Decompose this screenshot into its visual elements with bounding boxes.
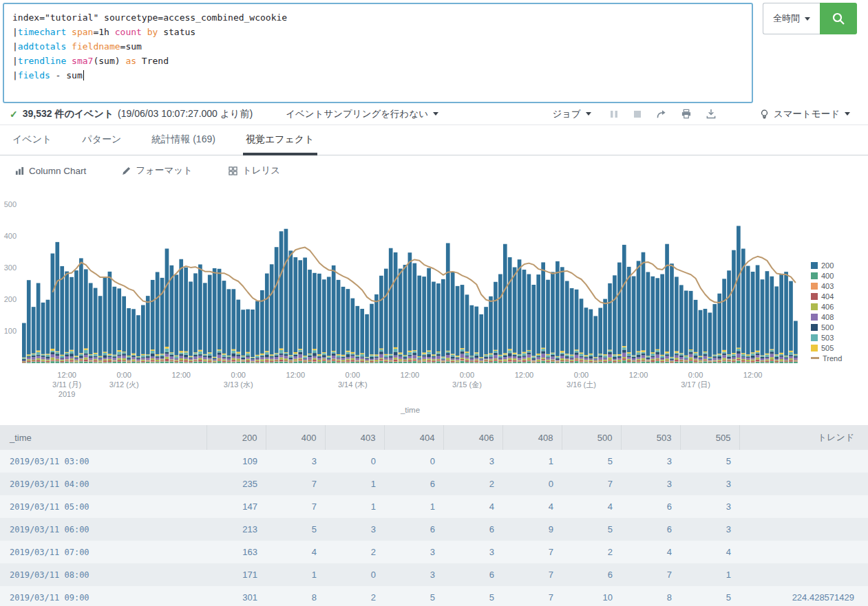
value-cell[interactable]: 4: [266, 541, 325, 563]
bar-segment[interactable]: [565, 281, 569, 354]
bar-segment[interactable]: [522, 353, 527, 356]
bar-segment[interactable]: [784, 356, 788, 356]
bar-segment[interactable]: [603, 360, 607, 361]
value-cell[interactable]: 4: [562, 495, 621, 518]
bar-segment[interactable]: [360, 358, 364, 359]
bar-segment[interactable]: [551, 360, 555, 360]
bar-segment[interactable]: [41, 362, 45, 363]
bar-segment[interactable]: [160, 361, 165, 363]
bar-segment[interactable]: [260, 362, 264, 363]
bar-segment[interactable]: [417, 361, 421, 362]
bar-segment[interactable]: [646, 362, 650, 363]
bar-segment[interactable]: [275, 354, 279, 355]
bar-segment[interactable]: [275, 361, 279, 362]
bar-segment[interactable]: [727, 361, 731, 362]
bar-segment[interactable]: [484, 360, 488, 361]
bar-segment[interactable]: [408, 360, 412, 361]
bar-segment[interactable]: [374, 361, 379, 362]
bar-segment[interactable]: [246, 352, 250, 354]
bar-segment[interactable]: [74, 362, 78, 363]
bar-segment[interactable]: [174, 358, 178, 360]
bar-segment[interactable]: [722, 350, 726, 352]
bar-segment[interactable]: [360, 356, 364, 358]
bar-segment[interactable]: [170, 355, 174, 357]
value-cell[interactable]: [739, 541, 868, 563]
value-cell[interactable]: 235: [207, 473, 266, 495]
bar-segment[interactable]: [394, 360, 398, 362]
bar-segment[interactable]: [127, 308, 131, 356]
bar-segment[interactable]: [432, 282, 436, 355]
bar-segment[interactable]: [403, 357, 407, 358]
bar-segment[interactable]: [313, 349, 317, 350]
bar-segment[interactable]: [103, 360, 107, 362]
bar-segment[interactable]: [122, 358, 126, 360]
bar-segment[interactable]: [679, 355, 684, 357]
bar-segment[interactable]: [489, 356, 493, 358]
bar-segment[interactable]: [751, 360, 755, 362]
bar-segment[interactable]: [79, 356, 83, 358]
column-header[interactable]: 403: [325, 425, 384, 450]
bar-segment[interactable]: [136, 362, 140, 363]
bar-segment[interactable]: [484, 355, 488, 356]
bar-segment[interactable]: [98, 357, 103, 358]
bar-segment[interactable]: [227, 362, 231, 363]
bar-segment[interactable]: [694, 300, 698, 352]
bar-segment[interactable]: [293, 257, 297, 352]
bar-segment[interactable]: [642, 252, 646, 351]
bar-segment[interactable]: [560, 358, 564, 360]
bar-segment[interactable]: [203, 362, 207, 363]
value-cell[interactable]: 5: [562, 518, 621, 541]
bar-segment[interactable]: [446, 351, 450, 353]
time-range-picker[interactable]: 全時間: [763, 3, 820, 34]
bar-segment[interactable]: [465, 357, 469, 359]
bar-segment[interactable]: [546, 357, 550, 358]
bar-segment[interactable]: [279, 348, 284, 349]
value-cell[interactable]: 4: [502, 495, 562, 518]
bar-segment[interactable]: [174, 362, 178, 362]
bar-segment[interactable]: [489, 354, 493, 356]
bar-segment[interactable]: [608, 352, 612, 354]
bar-segment[interactable]: [227, 289, 231, 356]
bar-segment[interactable]: [446, 361, 450, 362]
bar-segment[interactable]: [446, 360, 450, 361]
bar-segment[interactable]: [213, 268, 217, 357]
bar-segment[interactable]: [313, 353, 317, 356]
bar-segment[interactable]: [317, 354, 321, 356]
bar-segment[interactable]: [370, 356, 374, 357]
bar-segment[interactable]: [584, 356, 589, 357]
bar-segment[interactable]: [689, 361, 693, 363]
bar-segment[interactable]: [251, 359, 255, 360]
bar-segment[interactable]: [622, 245, 626, 346]
bar-segment[interactable]: [456, 360, 460, 362]
bar-segment[interactable]: [251, 362, 255, 363]
bar-segment[interactable]: [474, 362, 478, 362]
bar-segment[interactable]: [218, 360, 222, 361]
bar-segment[interactable]: [355, 360, 359, 361]
bar-segment[interactable]: [479, 314, 483, 357]
bar-segment[interactable]: [603, 356, 607, 358]
bar-segment[interactable]: [461, 349, 465, 351]
bar-segment[interactable]: [470, 305, 474, 356]
bar-segment[interactable]: [737, 351, 741, 354]
bar-segment[interactable]: [575, 355, 579, 358]
bar-segment[interactable]: [379, 358, 383, 359]
bar-segment[interactable]: [489, 360, 493, 362]
value-cell[interactable]: 4: [443, 495, 502, 518]
bar-segment[interactable]: [151, 349, 155, 351]
bar-segment[interactable]: [151, 361, 155, 362]
bar-segment[interactable]: [227, 360, 231, 361]
bar-segment[interactable]: [27, 280, 31, 354]
bar-segment[interactable]: [531, 360, 536, 361]
bar-segment[interactable]: [160, 361, 165, 362]
bar-segment[interactable]: [527, 350, 531, 351]
bar-segment[interactable]: [679, 360, 684, 361]
bar-segment[interactable]: [79, 359, 83, 360]
bar-segment[interactable]: [170, 353, 174, 354]
bar-segment[interactable]: [246, 356, 250, 357]
bar-segment[interactable]: [156, 361, 160, 362]
bar-segment[interactable]: [527, 274, 531, 350]
bar-segment[interactable]: [165, 357, 169, 359]
bar-segment[interactable]: [112, 360, 116, 361]
legend-item[interactable]: 505: [811, 343, 842, 353]
bar-segment[interactable]: [779, 356, 783, 357]
